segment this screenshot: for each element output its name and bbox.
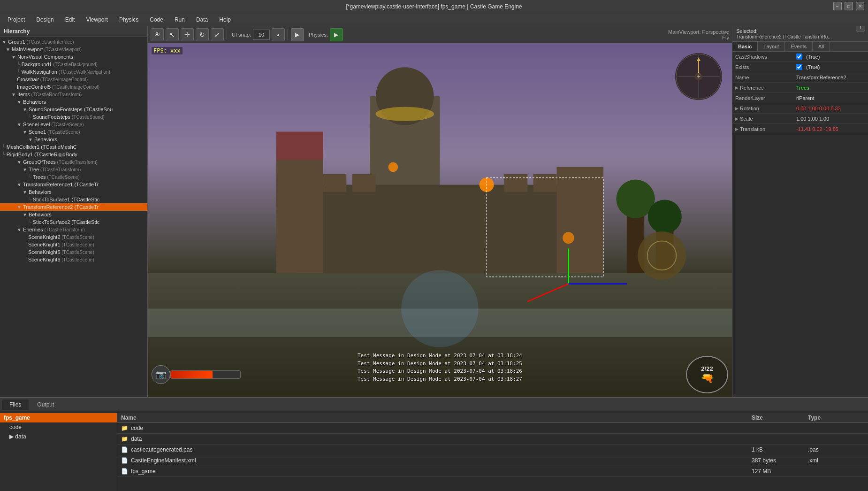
prop-row[interactable]: ▶ Rotation0.00 1.00 0.00 0.33 bbox=[732, 103, 868, 114]
tree-item[interactable]: └SoundFootsteps (TCastleSound) bbox=[0, 113, 147, 121]
menu-physics[interactable]: Physics bbox=[114, 15, 143, 24]
hierarchy-tree[interactable]: ▼ Group1 (TCastleUserInterface)▼ MainVie… bbox=[0, 37, 147, 397]
menu-edit[interactable]: Edit bbox=[61, 15, 80, 24]
file-icon: 📄 bbox=[121, 468, 128, 475]
prop-row[interactable]: ▶ Scale1.00 1.00 1.00 bbox=[732, 114, 868, 124]
prop-row[interactable]: ▶ ReferenceTrees bbox=[732, 83, 868, 93]
prop-row[interactable]: CastShadows(True) bbox=[732, 52, 868, 62]
tab-all[interactable]: All bbox=[813, 42, 830, 51]
file-name: CastleEngineManifest.xml bbox=[131, 457, 752, 464]
tree-item[interactable]: ▼ Behaviors bbox=[0, 98, 147, 106]
main-layout: Hierarchy ▼ Group1 (TCastleUserInterface… bbox=[0, 26, 868, 491]
move-button[interactable]: ✛ bbox=[181, 28, 194, 41]
maximize-button[interactable]: □ bbox=[845, 2, 853, 10]
uisnap-input[interactable] bbox=[253, 30, 270, 40]
tree-item[interactable]: └RigidBody1 (TCastleRigidBody bbox=[0, 151, 147, 158]
menu-run[interactable]: Run bbox=[170, 15, 190, 24]
file-name: castleautogenerated.pas bbox=[131, 446, 752, 453]
prop-row[interactable]: Exists(True) bbox=[732, 62, 868, 72]
tree-item[interactable]: Crosshair (TCastleImageControl) bbox=[0, 76, 147, 83]
prop-row[interactable]: RenderLayerrlParent bbox=[732, 93, 868, 103]
info-button[interactable]: i bbox=[856, 26, 865, 31]
bottom-panel: Files Output fps_gamecode▶ data Name Siz… bbox=[0, 397, 868, 491]
tree-item[interactable]: ▼ Scene1 (TCastleScene) bbox=[0, 128, 147, 136]
tab-layout[interactable]: Layout bbox=[758, 42, 785, 51]
physics-play-button[interactable]: ▶ bbox=[330, 28, 343, 41]
tree-item[interactable]: └StickToSurface1 (TCastleStic bbox=[0, 196, 147, 203]
scale-button[interactable]: ⤢ bbox=[211, 28, 224, 41]
tree-item[interactable]: ▼ Non-Visual Components bbox=[0, 53, 147, 61]
prop-row[interactable]: NameTransformReference2 bbox=[732, 72, 868, 83]
tree-item[interactable]: ▼ Items (TCastleRootTransform) bbox=[0, 91, 147, 98]
file-name: data bbox=[131, 436, 752, 442]
tree-item[interactable]: └Background1 (TCastleBackground) bbox=[0, 61, 147, 68]
viewport[interactable]: FPS: xxx bbox=[148, 43, 732, 397]
file-row[interactable]: 📄castleautogenerated.pas1 kB.pas bbox=[117, 445, 868, 455]
physics-label: Physics: bbox=[309, 32, 328, 38]
svg-rect-10 bbox=[352, 174, 376, 192]
svg-rect-4 bbox=[294, 185, 586, 273]
prop-row[interactable]: ▶ Translation-11.41 0.02 -19.85 bbox=[732, 124, 868, 134]
tab-files[interactable]: Files bbox=[2, 399, 29, 410]
col-name: Name bbox=[121, 414, 752, 421]
tree-item[interactable]: SceneKnight5 (TCastleScene) bbox=[0, 248, 147, 256]
minimize-button[interactable]: − bbox=[833, 2, 842, 10]
tree-item[interactable]: ▼ Behaviors bbox=[0, 136, 147, 143]
tree-item[interactable]: ▼ Behaviors bbox=[0, 211, 147, 218]
tree-item[interactable]: ▼ Tree (TCastleTransform) bbox=[0, 166, 147, 173]
tab-basic[interactable]: Basic bbox=[732, 42, 758, 51]
tree-item[interactable]: └MeshCollider1 (TCastleMeshC bbox=[0, 143, 147, 151]
folder-icon: 📁 bbox=[121, 425, 128, 431]
menu-code[interactable]: Code bbox=[145, 15, 168, 24]
menu-help[interactable]: Help bbox=[214, 15, 236, 24]
rotate-button[interactable]: ↻ bbox=[196, 28, 209, 41]
file-tree-item[interactable]: code bbox=[0, 422, 117, 432]
tree-item[interactable]: SceneKnight2 (TCastleScene) bbox=[0, 233, 147, 241]
tree-item[interactable]: ▼ MainViewport (TCastleViewport) bbox=[0, 46, 147, 53]
uisnap-up[interactable]: ▲ bbox=[272, 28, 285, 41]
tab-output[interactable]: Output bbox=[30, 399, 61, 410]
play-button[interactable]: ▶ bbox=[291, 28, 304, 41]
tree-item[interactable]: └Trees (TCastleScene) bbox=[0, 173, 147, 181]
file-row[interactable]: 📁code bbox=[117, 423, 868, 434]
eye-button[interactable]: 👁 bbox=[151, 28, 164, 41]
tree-item[interactable]: SceneKnight1 (TCastleScene) bbox=[0, 241, 147, 248]
file-row[interactable]: 📁data bbox=[117, 434, 868, 445]
tree-item[interactable]: ImageControl5 (TCastleImageControl) bbox=[0, 83, 147, 91]
tree-item[interactable]: SceneKnight6 (TCastleScene) bbox=[0, 256, 147, 263]
close-button[interactable]: ✕ bbox=[856, 2, 864, 10]
file-list-header: Name Size Type bbox=[117, 413, 868, 423]
menu-data[interactable]: Data bbox=[191, 15, 213, 24]
tree-item[interactable]: ▼ GroupOfTrees (TCastleTransform) bbox=[0, 158, 147, 166]
tree-item[interactable]: ▼ SoundSourceFootsteps (TCastleSou bbox=[0, 106, 147, 113]
tree-item[interactable]: └StickToSurface2 (TCastleStic bbox=[0, 218, 147, 226]
tab-events[interactable]: Events bbox=[785, 42, 813, 51]
tree-item[interactable]: ▼ Behaviors bbox=[0, 188, 147, 196]
tree-item[interactable]: ▼ TransformReference2 (TCastleTr bbox=[0, 203, 147, 211]
tree-item[interactable]: ▼ Enemies (TCastleTransform) bbox=[0, 226, 147, 233]
viewport-toolbar: 👁 ↖ ✛ ↻ ⤢ UI snap: ▲ ▶ Physics: ▶ MainVi… bbox=[148, 26, 732, 43]
bottom-content: fps_gamecode▶ data Name Size Type 📁code📁… bbox=[0, 411, 868, 491]
file-name: fps_game bbox=[131, 468, 752, 475]
file-tree[interactable]: fps_gamecode▶ data bbox=[0, 411, 117, 491]
menu-design[interactable]: Design bbox=[31, 15, 58, 24]
file-tree-item[interactable]: ▶ data bbox=[0, 432, 117, 441]
prop-checkbox[interactable] bbox=[796, 64, 802, 70]
menu-viewport[interactable]: Viewport bbox=[81, 15, 112, 24]
menu-project[interactable]: Project bbox=[3, 15, 30, 24]
tree-item[interactable]: ▼ Group1 (TCastleUserInterface) bbox=[0, 38, 147, 46]
uisnap-label: UI snap: bbox=[232, 32, 251, 38]
tree-item[interactable]: ▼ TransformReference1 (TCastleTr bbox=[0, 181, 147, 188]
svg-point-29 bbox=[401, 270, 479, 347]
file-tree-item[interactable]: fps_game bbox=[0, 413, 117, 422]
titlebar: [*gameviewplay.castle-user-interface] fp… bbox=[0, 0, 868, 13]
file-row[interactable]: 📄CastleEngineManifest.xml387 bytes.xml bbox=[117, 455, 868, 466]
tree-item[interactable]: ▼ SceneLevel (TCastleScene) bbox=[0, 121, 147, 128]
file-icon: 📄 bbox=[121, 446, 128, 453]
properties-header: Selected: TransformReference2 (TCastleTr… bbox=[732, 26, 868, 42]
svg-text:+: + bbox=[697, 72, 700, 80]
select-button[interactable]: ↖ bbox=[166, 28, 179, 41]
prop-checkbox[interactable] bbox=[796, 54, 802, 60]
file-row[interactable]: 📄fps_game127 MB bbox=[117, 466, 868, 477]
tree-item[interactable]: └WalkNavigation (TCastleWalkNavigation) bbox=[0, 68, 147, 76]
